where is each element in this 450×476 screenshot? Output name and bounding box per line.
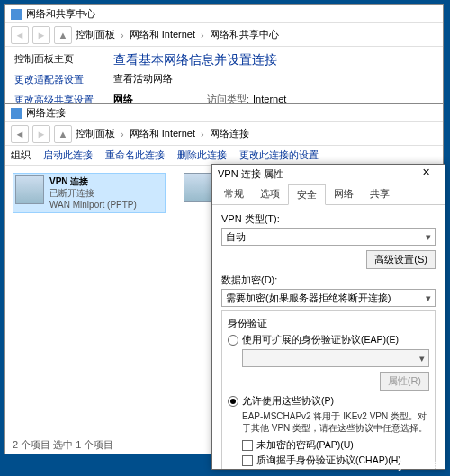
- toolbar-settings[interactable]: 更改此连接的设置: [239, 148, 319, 162]
- conn-device: WAN Miniport (PPTP): [50, 199, 137, 211]
- crumb[interactable]: 网络和 Internet: [130, 127, 195, 140]
- back-button[interactable]: ◄: [11, 26, 29, 44]
- win1-titlebar: 网络和共享中心: [5, 5, 443, 23]
- sidebar-header: 控制面板主页: [14, 52, 95, 66]
- network-icon: [11, 9, 22, 20]
- tab-network[interactable]: 网络: [326, 184, 362, 204]
- up-button[interactable]: ▲: [54, 26, 72, 44]
- allow-protocols-note: EAP-MSCHAPv2 将用于 IKEv2 VPN 类型。对于其他 VPN 类…: [242, 410, 429, 434]
- dialog-body: VPN 类型(T): 自动 高级设置(S) 数据加密(D): 需要加密(如果服务…: [212, 205, 445, 469]
- win2-toolbar: 组织 启动此连接 重命名此连接 删除此连接 更改此连接的设置: [5, 146, 443, 166]
- pap-label: 未加密的密码(PAP)(U): [256, 439, 354, 452]
- encryption-label: 数据加密(D):: [221, 274, 436, 287]
- auth-group: 身份验证 使用可扩展的身份验证协议(EAP)(E) 属性(R) 允许使用这些协议…: [221, 310, 436, 469]
- pap-checkbox[interactable]: [242, 440, 253, 451]
- allow-protocols-label: 允许使用这些协议(P): [242, 395, 334, 408]
- eap-radio-label: 使用可扩展的身份验证协议(EAP)(E): [242, 334, 399, 346]
- dialog-tabs: 常规 选项 安全 网络 共享: [212, 184, 445, 205]
- back-button[interactable]: ◄: [11, 125, 29, 143]
- dialog-title: VPN 连接 属性: [218, 167, 284, 181]
- close-button[interactable]: ✕: [412, 166, 439, 183]
- crumb[interactable]: 网络和 Internet: [130, 28, 195, 41]
- network-icon: [11, 108, 22, 119]
- vpn-type-value: 自动: [226, 230, 246, 244]
- toolbar-organize[interactable]: 组织: [11, 148, 31, 162]
- conn-title: VPN 连接: [50, 175, 137, 187]
- win2-title: 网络连接: [26, 106, 66, 120]
- encryption-combo[interactable]: 需要加密(如果服务器拒绝将断开连接): [221, 289, 436, 307]
- ethernet-icon: [184, 173, 212, 202]
- win1-title: 网络和共享中心: [26, 7, 95, 21]
- chap-checkbox[interactable]: [242, 455, 253, 466]
- crumb[interactable]: 控制面板: [76, 127, 115, 140]
- crumb[interactable]: 网络和共享中心: [210, 28, 279, 41]
- win2-titlebar: 网络连接: [5, 104, 443, 122]
- advanced-settings-button[interactable]: 高级设置(S): [366, 250, 436, 269]
- eap-radio[interactable]: [228, 335, 238, 346]
- sidebar-item-adapter[interactable]: 更改适配器设置: [14, 73, 95, 86]
- network-center-window: 网络和共享中心 ◄ ► ▲ 控制面板› 网络和 Internet› 网络和共享中…: [4, 4, 444, 103]
- toolbar-start[interactable]: 启动此连接: [43, 148, 93, 162]
- up-button[interactable]: ▲: [54, 125, 72, 143]
- encryption-value: 需要加密(如果服务器拒绝将断开连接): [226, 292, 391, 305]
- vpn-type-combo[interactable]: 自动: [221, 228, 436, 246]
- conn-status: 已断开连接: [50, 187, 137, 199]
- main-heading: 查看基本网络信息并设置连接: [113, 52, 434, 68]
- allow-protocols-radio[interactable]: [228, 396, 238, 407]
- crumb[interactable]: 控制面板: [76, 28, 115, 41]
- auth-group-title: 身份验证: [228, 317, 429, 330]
- eap-combo: [242, 349, 429, 367]
- main-sub: 查看活动网络: [113, 72, 434, 85]
- tab-sharing[interactable]: 共享: [362, 184, 398, 204]
- eap-properties-button: 属性(R): [380, 372, 429, 391]
- tab-general[interactable]: 常规: [216, 184, 252, 204]
- connection-vpn[interactable]: VPN 连接 已断开连接 WAN Miniport (PPTP): [13, 173, 166, 213]
- tab-security[interactable]: 安全: [288, 184, 326, 205]
- win2-addressbar: ◄ ► ▲ 控制面板› 网络和 Internet› 网络连接: [5, 122, 443, 146]
- forward-button[interactable]: ►: [32, 26, 50, 44]
- forward-button[interactable]: ►: [32, 125, 50, 143]
- dialog-titlebar: VPN 连接 属性 ✕: [212, 165, 445, 184]
- win1-addressbar: ◄ ► ▲ 控制面板› 网络和 Internet› 网络和共享中心: [5, 23, 443, 47]
- vpn-type-label: VPN 类型(T):: [221, 212, 436, 226]
- vpn-properties-dialog: VPN 连接 属性 ✕ 常规 选项 安全 网络 共享 VPN 类型(T): 自动…: [212, 164, 446, 470]
- crumb[interactable]: 网络连接: [210, 127, 249, 140]
- toolbar-delete[interactable]: 删除此连接: [177, 148, 227, 162]
- tab-options[interactable]: 选项: [252, 184, 288, 204]
- toolbar-rename[interactable]: 重命名此连接: [105, 148, 165, 162]
- vpn-icon: [15, 175, 44, 204]
- chap-label: 质询握手身份验证协议(CHAP)(H): [256, 454, 401, 467]
